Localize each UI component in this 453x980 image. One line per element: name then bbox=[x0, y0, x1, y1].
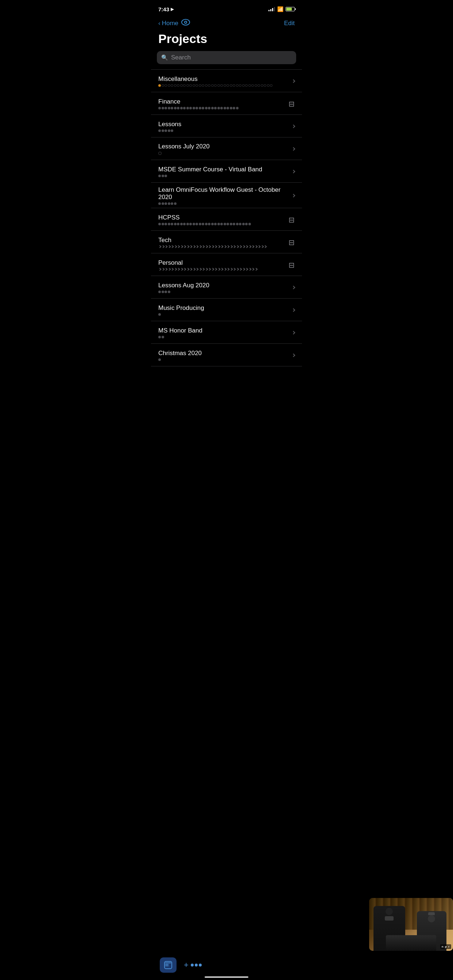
dot bbox=[230, 223, 232, 225]
dot bbox=[171, 223, 173, 225]
dot bbox=[208, 107, 211, 110]
project-name: Finance bbox=[158, 98, 286, 105]
list-item[interactable]: HCPSS bbox=[151, 208, 302, 231]
dot bbox=[171, 129, 173, 132]
dot bbox=[255, 84, 257, 87]
dot bbox=[187, 84, 189, 87]
dot bbox=[164, 129, 167, 132]
dot bbox=[226, 223, 229, 225]
dot bbox=[174, 202, 177, 205]
list-item[interactable]: Tech bbox=[151, 231, 302, 253]
signal-bar-4 bbox=[274, 7, 275, 11]
dot bbox=[254, 268, 257, 270]
nav-bar: ‹ Home Edit bbox=[151, 16, 302, 29]
dot bbox=[158, 129, 161, 132]
dot bbox=[168, 202, 170, 205]
add-view-button[interactable] bbox=[160, 958, 177, 973]
dot bbox=[193, 223, 195, 225]
battery-fill bbox=[286, 8, 292, 11]
dot bbox=[164, 107, 167, 110]
chevron-right-icon bbox=[292, 125, 295, 128]
project-left: Lessons Aug 2020 bbox=[158, 282, 289, 293]
dot bbox=[161, 202, 164, 205]
project-left: Music Producing bbox=[158, 304, 289, 316]
list-item[interactable]: MSDE Summer Course - Virtual Band bbox=[151, 160, 302, 183]
dot bbox=[177, 84, 179, 87]
project-left: Lessons July 2020 bbox=[158, 143, 289, 155]
project-name: Personal bbox=[158, 259, 286, 267]
dot bbox=[164, 84, 167, 87]
list-item[interactable]: Personal bbox=[151, 253, 302, 276]
dot bbox=[164, 291, 167, 293]
dot bbox=[180, 84, 183, 87]
status-bar: 7:43 ▶ 📶 bbox=[151, 0, 302, 16]
project-name: Lessons Aug 2020 bbox=[158, 282, 289, 289]
edit-button[interactable]: Edit bbox=[284, 20, 295, 27]
dot bbox=[164, 202, 167, 205]
list-item[interactable]: MS Honor Band bbox=[151, 321, 302, 344]
project-left: Lessons bbox=[158, 121, 289, 132]
project-name: Music Producing bbox=[158, 304, 289, 312]
chevron-right-icon bbox=[292, 309, 295, 312]
list-item[interactable]: Christmas 2020 bbox=[151, 344, 302, 366]
list-item[interactable]: Learn OmniFocus Workflow Guest - October… bbox=[151, 183, 302, 208]
back-label: Home bbox=[162, 20, 179, 27]
add-item-button[interactable]: + bbox=[184, 960, 202, 970]
dot bbox=[196, 223, 198, 225]
progress-dots bbox=[158, 152, 289, 155]
dot bbox=[196, 107, 198, 110]
dot bbox=[217, 107, 220, 110]
list-item[interactable]: Music Producing bbox=[151, 299, 302, 321]
list-item[interactable]: Miscellaneous bbox=[151, 70, 302, 92]
project-name: Learn OmniFocus Workflow Guest - October… bbox=[158, 186, 289, 201]
progress-dots bbox=[158, 107, 286, 110]
dot bbox=[205, 84, 207, 87]
dot bbox=[171, 107, 173, 110]
dot bbox=[230, 84, 232, 87]
signal-bars bbox=[268, 7, 275, 11]
project-name: MS Honor Band bbox=[158, 327, 289, 334]
progress-dots bbox=[158, 84, 289, 87]
project-left: Tech bbox=[158, 237, 286, 248]
plus-icon: + bbox=[184, 960, 188, 970]
dot bbox=[183, 223, 186, 225]
dots-group bbox=[191, 964, 202, 967]
project-left: HCPSS bbox=[158, 214, 286, 225]
dot bbox=[214, 223, 217, 225]
project-name: MSDE Summer Course - Virtual Band bbox=[158, 166, 289, 173]
dot bbox=[211, 107, 214, 110]
dot bbox=[168, 107, 170, 110]
search-bar[interactable]: 🔍 Search bbox=[157, 51, 296, 64]
dot bbox=[168, 223, 170, 225]
dot bbox=[161, 223, 164, 225]
project-name: Lessons bbox=[158, 121, 289, 128]
dot bbox=[180, 223, 183, 225]
list-item[interactable]: Lessons July 2020 bbox=[151, 137, 302, 160]
project-left: MSDE Summer Course - Virtual Band bbox=[158, 166, 289, 177]
dot bbox=[174, 84, 177, 87]
dot bbox=[202, 223, 204, 225]
dot bbox=[174, 223, 177, 225]
dot bbox=[193, 84, 195, 87]
progress-dots bbox=[158, 129, 289, 132]
progress-dots bbox=[158, 175, 289, 177]
back-button[interactable]: ‹ Home bbox=[158, 20, 179, 27]
progress-dots bbox=[158, 358, 289, 361]
dot bbox=[242, 84, 245, 87]
list-item[interactable]: Lessons bbox=[151, 115, 302, 137]
eye-icon[interactable] bbox=[181, 19, 190, 27]
dot bbox=[220, 223, 223, 225]
dot bbox=[171, 202, 173, 205]
signal-bar-2 bbox=[270, 9, 271, 11]
dot bbox=[168, 129, 170, 132]
list-item[interactable]: Finance bbox=[151, 92, 302, 115]
dot bbox=[242, 223, 245, 225]
status-time: 7:43 ▶ bbox=[158, 6, 174, 13]
progress-dots bbox=[158, 268, 286, 270]
dot bbox=[189, 107, 192, 110]
project-left: Miscellaneous bbox=[158, 75, 289, 87]
dot bbox=[239, 84, 241, 87]
project-name: Lessons July 2020 bbox=[158, 143, 289, 150]
dot bbox=[245, 223, 248, 225]
list-item[interactable]: Lessons Aug 2020 bbox=[151, 276, 302, 299]
